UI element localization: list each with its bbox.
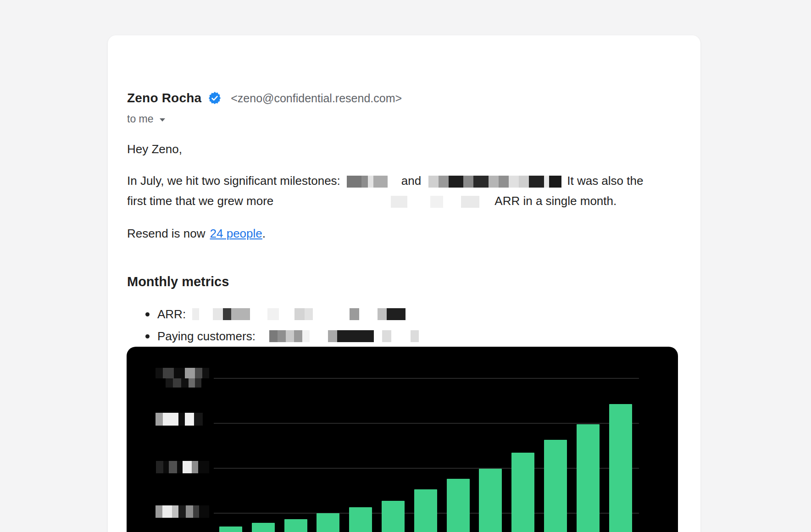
paragraph-text: Resend is now [127, 227, 206, 240]
bullet-icon [145, 334, 150, 338]
verified-badge-icon [208, 91, 222, 105]
gridline [214, 378, 639, 379]
redacted-value-block [213, 308, 250, 320]
paragraph-text: It was also the [567, 174, 643, 188]
redacted-value-block [378, 308, 406, 320]
sender-name[interactable]: Zeno Rocha [127, 91, 201, 105]
bar [414, 489, 437, 532]
recipient-dropdown[interactable]: to me [127, 112, 166, 125]
bar [609, 404, 632, 532]
sender-email[interactable]: <zeno@confidential.resend.com> [231, 92, 402, 105]
redacted-value-block [350, 308, 359, 320]
section-heading: Monthly metrics [127, 274, 229, 289]
paragraph-text: . [262, 227, 266, 240]
bar [317, 513, 339, 532]
metric-label: ARR: [157, 307, 186, 321]
redacted-value-block [294, 308, 313, 320]
redacted-value-block [269, 330, 310, 342]
bullet-icon [145, 312, 150, 316]
metrics-bar-chart [127, 347, 678, 532]
paragraph-text: first time that we grew more [127, 194, 273, 208]
metric-row-paying-customers: Paying customers: [145, 329, 419, 344]
redacted-text-block [428, 176, 561, 188]
paragraph-line-1: In July, we hit two significant mileston… [127, 173, 643, 188]
metric-label: Paying customers: [157, 329, 256, 344]
redacted-value-block [382, 330, 391, 342]
gridline [214, 468, 639, 469]
bar [479, 469, 502, 532]
bar [382, 501, 405, 532]
bar [511, 453, 534, 532]
team-size-line: Resend is now24 people. [127, 226, 266, 241]
bar [349, 507, 372, 532]
redacted-text-block [281, 196, 487, 208]
gridline [214, 423, 639, 424]
email-card: Zeno Rocha <zeno@confidential.resend.com… [108, 35, 700, 532]
paragraph-line-2: first time that we grew moreARR in a sin… [127, 194, 617, 208]
redacted-value-block [267, 308, 279, 320]
bar [284, 519, 307, 532]
bar [577, 424, 600, 532]
greeting-text: Hey Zeno, [127, 142, 182, 156]
redacted-text-block [347, 176, 388, 188]
redacted-value-block [411, 330, 419, 342]
bar [252, 523, 275, 532]
bar-plot [127, 347, 678, 532]
redacted-value-block [192, 308, 199, 320]
bar [447, 479, 470, 532]
metric-row-arr: ARR: [145, 307, 406, 321]
bar [544, 440, 567, 532]
redacted-value-block [328, 330, 374, 342]
paragraph-text: and [401, 174, 421, 188]
dropdown-caret-icon [159, 118, 166, 122]
paragraph-text: ARR in a single month. [494, 194, 617, 208]
bar [219, 526, 242, 532]
recipient-label: to me [127, 113, 154, 125]
team-size-link[interactable]: 24 people [210, 227, 262, 240]
paragraph-text: In July, we hit two significant mileston… [127, 174, 340, 188]
sender-row: Zeno Rocha <zeno@confidential.resend.com… [127, 90, 402, 106]
